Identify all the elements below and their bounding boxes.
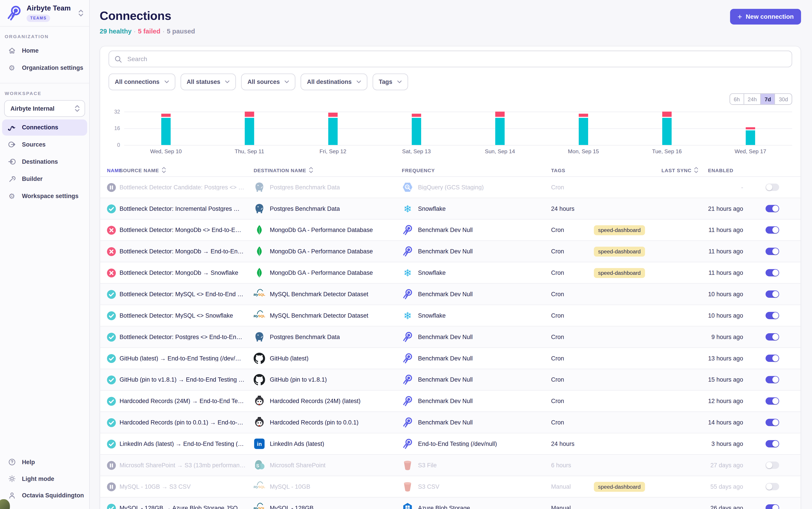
s3-icon bbox=[402, 460, 413, 471]
sidebar-item-help[interactable]: Help bbox=[2, 454, 87, 470]
enabled-toggle[interactable] bbox=[765, 462, 779, 469]
filter-all-sources[interactable]: All sources bbox=[241, 74, 295, 90]
sharepoint-icon: S bbox=[254, 460, 265, 471]
main-content: Connections 29 healthy·5 failed·5 paused… bbox=[90, 0, 812, 509]
filter-all-statuses[interactable]: All statuses bbox=[180, 74, 236, 90]
enabled-toggle[interactable] bbox=[765, 483, 779, 490]
sidebar-item-connections[interactable]: Connections bbox=[2, 119, 87, 135]
column-header-last-sync[interactable]: Last sync bbox=[594, 167, 699, 173]
table-row[interactable]: Bottleneck Detector: MongoDb <> End-to-E… bbox=[100, 219, 801, 240]
search-input[interactable] bbox=[126, 55, 786, 63]
sidebar-item-light-mode[interactable]: Light mode bbox=[2, 470, 87, 486]
bar-failed bbox=[662, 111, 672, 117]
devnull-icon bbox=[402, 331, 413, 343]
table-row[interactable]: GitHub (pin to v1.8.1) → End-to-End Test… bbox=[100, 369, 801, 390]
table-row[interactable]: GitHub (latest) → End-to-End Testing (/d… bbox=[100, 347, 801, 369]
mongodb-icon bbox=[254, 245, 265, 257]
column-header-name[interactable]: Name bbox=[107, 167, 120, 173]
frequency: Cron bbox=[551, 312, 594, 318]
frequency: 24 hours bbox=[551, 205, 594, 212]
last-sync: 9 hours ago bbox=[698, 334, 743, 340]
source-cell: Postgres Benchmark Data bbox=[254, 203, 402, 214]
new-connection-button[interactable]: + New connection bbox=[730, 9, 801, 25]
source-cell: MySQLMySQL Benchmark Detector Dataset bbox=[254, 310, 402, 321]
last-sync: 15 hours ago bbox=[698, 376, 743, 383]
workspace-selector[interactable]: Airbyte Internal bbox=[4, 100, 85, 117]
sidebar-item-label: Workspace settings bbox=[22, 193, 78, 199]
enabled-toggle[interactable] bbox=[765, 227, 779, 234]
sidebar-item-destinations[interactable]: Destinations bbox=[2, 154, 87, 170]
enabled-toggle[interactable] bbox=[765, 354, 779, 362]
time-range-7d[interactable]: 7d bbox=[760, 94, 775, 104]
table-row[interactable]: Bottleneck Detector: MySQL <> End-to-End… bbox=[100, 283, 801, 305]
table-row[interactable]: Bottleneck Detector: Incremental Postgre… bbox=[100, 198, 801, 219]
enabled-toggle[interactable] bbox=[765, 269, 779, 276]
table-row[interactable]: Bottleneck Detector: MongoDb → Snowflake… bbox=[100, 262, 801, 283]
mysql-icon: MySQL bbox=[254, 289, 265, 300]
filter-all-connections[interactable]: All connections bbox=[108, 74, 175, 90]
chevron-down-icon bbox=[356, 80, 361, 83]
enabled-toggle[interactable] bbox=[765, 205, 779, 212]
status-cell bbox=[107, 461, 120, 470]
enabled-toggle[interactable] bbox=[765, 419, 779, 426]
filter-all-destinations[interactable]: All destinations bbox=[301, 74, 367, 90]
column-header-source-name[interactable]: Source name bbox=[120, 167, 254, 173]
source-cell: Postgres Benchmark Data bbox=[254, 331, 402, 343]
sidebar-item-sources[interactable]: Sources bbox=[2, 136, 87, 152]
frequency: Cron bbox=[551, 184, 594, 190]
sidebar-item-home[interactable]: Home bbox=[2, 43, 87, 59]
table-row[interactable]: Hardcoded Records (pin to 0.0.1) → End-t… bbox=[100, 411, 801, 433]
x-axis-label: Thu, Sep 11 bbox=[208, 148, 291, 155]
sidebar-item-user[interactable]: Octavia Squiddington bbox=[2, 487, 87, 503]
table-row[interactable]: MySQL - 128GB → Azure Blob Storage JSOn … bbox=[100, 497, 801, 509]
enabled-toggle[interactable] bbox=[765, 440, 779, 447]
sidebar-item-workspace-settings[interactable]: ⚙ Workspace settings bbox=[2, 188, 87, 204]
source-name: MongoDb GA - Performance Database bbox=[270, 248, 373, 254]
table-row[interactable]: MySQL - 10GB → S3 CSVMySQLMySQL - 10GBS3… bbox=[100, 476, 801, 497]
sidebar-item-organization-settings[interactable]: ⚙ Organization settings bbox=[2, 60, 87, 76]
enabled-toggle[interactable] bbox=[765, 333, 779, 341]
connection-name: Bottleneck Detector: MongoDb → Snowflake bbox=[120, 270, 254, 276]
connections-icon bbox=[7, 123, 16, 132]
tags-cell: speed-dashboard bbox=[594, 246, 699, 257]
sidebar-item-builder[interactable]: Builder bbox=[2, 171, 87, 187]
destination-name: Benchmark Dev Null bbox=[418, 227, 473, 233]
table-row[interactable]: Bottleneck Detector: Postgres <> End-to-… bbox=[100, 326, 801, 347]
enabled-toggle[interactable] bbox=[765, 504, 779, 509]
enabled-cell bbox=[743, 483, 801, 490]
toggle-knob bbox=[772, 376, 778, 383]
table-row[interactable]: LinkedIn Ads (latest) → End-to-End Testi… bbox=[100, 433, 801, 454]
time-range-24h[interactable]: 24h bbox=[744, 94, 760, 104]
status-failed-icon bbox=[107, 268, 116, 277]
enabled-toggle[interactable] bbox=[765, 291, 779, 298]
org-switcher[interactable]: Airbyte Team TEAMS bbox=[0, 0, 89, 26]
last-sync: 10 hours ago bbox=[698, 291, 743, 297]
table-row[interactable]: Bottleneck Detector: MySQL <> SnowflakeM… bbox=[100, 304, 801, 326]
source-cell: GitHub (pin to v1.8.1) bbox=[254, 374, 402, 385]
toggle-knob bbox=[772, 355, 778, 361]
tags-cell: speed-dashboard bbox=[594, 268, 699, 278]
enabled-toggle[interactable] bbox=[765, 376, 779, 383]
enabled-toggle[interactable] bbox=[765, 183, 779, 191]
chevron-down-icon bbox=[164, 80, 169, 83]
table-row[interactable]: Bottleneck Detector Candidate: Postgres … bbox=[100, 176, 801, 198]
table-row[interactable]: Microsoft SharePoint → S3 (13mb performa… bbox=[100, 454, 801, 476]
table-row[interactable]: Bottleneck Detector: MongoDb → End-to-En… bbox=[100, 240, 801, 262]
connection-name: Bottleneck Detector: Incremental Postgre… bbox=[120, 205, 254, 212]
bar-group bbox=[291, 111, 375, 145]
column-header-destination-name[interactable]: Destination name bbox=[254, 167, 402, 173]
status-cell bbox=[107, 183, 120, 192]
source-cell: MySQLMySQL - 128GB bbox=[254, 502, 402, 509]
destination-name: End-to-End Testing (/dev/null) bbox=[418, 441, 497, 447]
postgres-icon bbox=[254, 331, 265, 343]
filter-tags[interactable]: Tags bbox=[372, 74, 408, 90]
time-range-30d[interactable]: 30d bbox=[775, 94, 792, 104]
enabled-toggle[interactable] bbox=[765, 312, 779, 319]
enabled-toggle[interactable] bbox=[765, 398, 779, 405]
enabled-cell bbox=[743, 398, 801, 405]
wrench-icon bbox=[7, 174, 16, 183]
table-row[interactable]: Hardcoded Records (24M) → End-to-End Te…… bbox=[100, 390, 801, 411]
enabled-toggle[interactable] bbox=[765, 248, 779, 255]
mongodb-icon bbox=[254, 267, 265, 278]
time-range-6h[interactable]: 6h bbox=[730, 94, 744, 104]
